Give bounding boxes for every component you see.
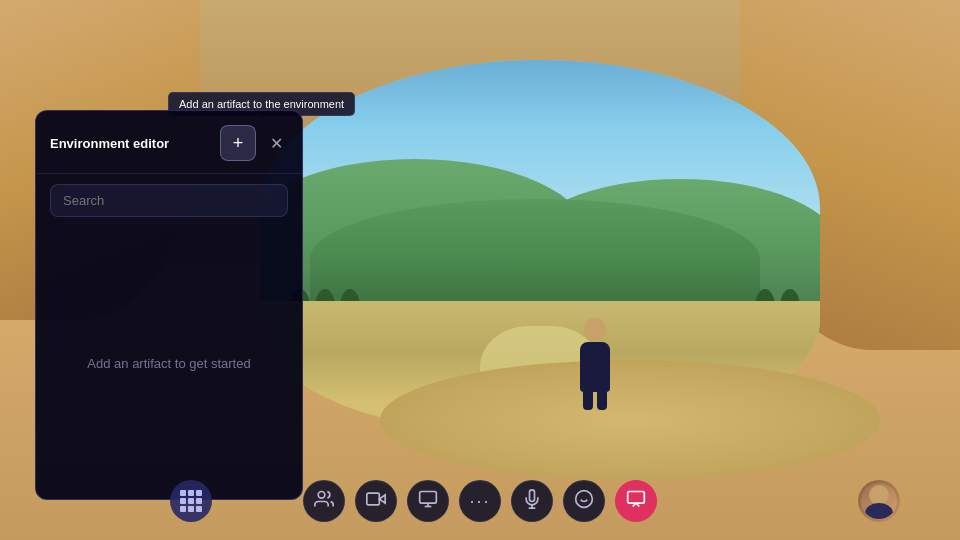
avatar-legs xyxy=(580,392,610,410)
ellipsis-icon: ··· xyxy=(469,491,490,512)
svg-point-0 xyxy=(318,492,325,499)
people-button[interactable] xyxy=(303,480,345,522)
microphone-button[interactable] xyxy=(511,480,553,522)
apps-button[interactable] xyxy=(170,480,212,522)
close-icon: ✕ xyxy=(270,134,283,153)
floor-platform xyxy=(380,360,880,480)
share-button[interactable] xyxy=(615,480,657,522)
close-panel-button[interactable]: ✕ xyxy=(264,131,288,155)
add-artifact-button[interactable]: + xyxy=(220,125,256,161)
search-area xyxy=(36,174,302,227)
avatar-head xyxy=(584,318,606,340)
avatar-profile-button[interactable] xyxy=(858,480,900,522)
panel-header: Environment editor + ✕ xyxy=(36,111,302,174)
emoji-icon xyxy=(574,489,594,513)
header-actions: + ✕ xyxy=(220,125,288,161)
emoji-button[interactable] xyxy=(563,480,605,522)
camera-button[interactable] xyxy=(355,480,397,522)
svg-marker-1 xyxy=(379,495,385,503)
screen-button[interactable] xyxy=(407,480,449,522)
avatar-leg xyxy=(583,392,593,410)
camera-icon xyxy=(366,489,386,513)
svg-rect-3 xyxy=(420,492,437,504)
mic-icon xyxy=(522,489,542,513)
panel-title: Environment editor xyxy=(50,136,169,151)
avatar-leg xyxy=(597,392,607,410)
avatar-body xyxy=(580,342,610,392)
share-icon xyxy=(626,489,646,513)
environment-editor-panel: Environment editor + ✕ Add an artifact t… xyxy=(35,110,303,500)
empty-state-message: Add an artifact to get started xyxy=(87,356,250,371)
scene-avatar xyxy=(580,318,610,410)
avatar-profile-image xyxy=(861,483,897,519)
panel-content: Add an artifact to get started xyxy=(36,227,302,499)
grid-icon xyxy=(180,490,202,512)
svg-rect-2 xyxy=(367,493,380,505)
svg-rect-11 xyxy=(628,492,645,504)
svg-point-8 xyxy=(576,491,593,508)
toolbar: ··· xyxy=(303,480,657,522)
more-button[interactable]: ··· xyxy=(459,480,501,522)
screen-icon xyxy=(418,489,438,513)
plus-icon: + xyxy=(233,133,244,154)
people-icon xyxy=(314,489,334,513)
search-input[interactable] xyxy=(50,184,288,217)
